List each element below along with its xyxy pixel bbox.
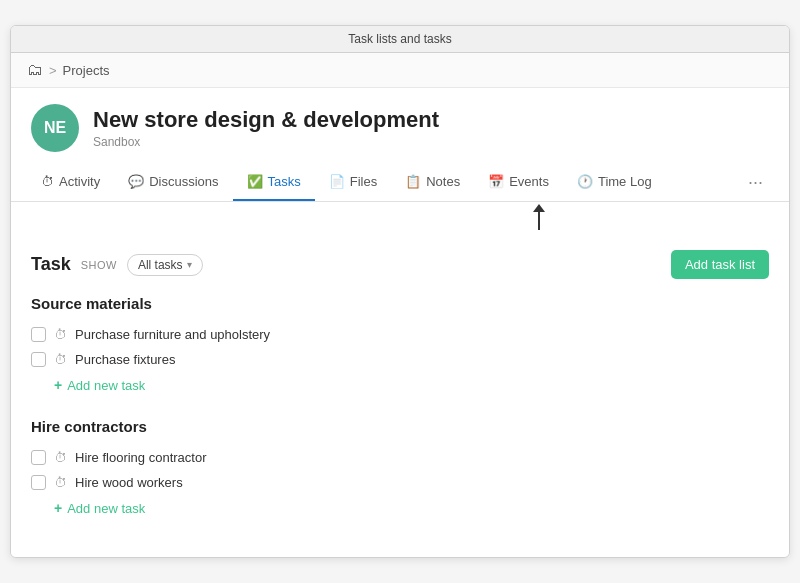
tab-events[interactable]: 📅 Events [474, 164, 563, 201]
files-icon: 📄 [329, 174, 345, 189]
add-task-list-button[interactable]: Add task list [671, 250, 769, 279]
tab-tasks[interactable]: ✅ Tasks [233, 164, 315, 201]
task-header: Task SHOW All tasks ▾ Add task list [31, 250, 769, 279]
tasks-icon: ✅ [247, 174, 263, 189]
discussions-icon: 💬 [128, 174, 144, 189]
section-hire-contractors: Hire contractors ⏱ Hire flooring contrac… [31, 418, 769, 521]
avatar: NE [31, 104, 79, 152]
clock-icon-1: ⏱ [54, 327, 67, 342]
section-source-materials: Source materials ⏱ Purchase furniture an… [31, 295, 769, 398]
arrow-indicator [289, 202, 789, 234]
main-window: Task lists and tasks 🗂 > Projects NE New… [10, 25, 790, 558]
filter-pill[interactable]: All tasks ▾ [127, 254, 203, 276]
breadcrumb-projects-link[interactable]: Projects [63, 63, 110, 78]
notes-icon: 📋 [405, 174, 421, 189]
task-label-3[interactable]: Hire flooring contractor [75, 450, 207, 465]
section-hire-contractors-title: Hire contractors [31, 418, 769, 435]
content-area: Task SHOW All tasks ▾ Add task list Sour… [11, 234, 789, 557]
add-new-task-btn-2[interactable]: + Add new task [31, 495, 769, 521]
task-label-4[interactable]: Hire wood workers [75, 475, 183, 490]
plus-icon-1: + [54, 377, 62, 393]
nav-more-button[interactable]: ··· [738, 164, 773, 201]
nav-tabs: ⏱ Activity 💬 Discussions ✅ Tasks 📄 Files… [11, 164, 789, 202]
task-item: ⏱ Hire flooring contractor [31, 445, 769, 470]
task-checkbox-2[interactable] [31, 352, 46, 367]
task-label-2[interactable]: Purchase fixtures [75, 352, 175, 367]
section-source-materials-title: Source materials [31, 295, 769, 312]
filter-value: All tasks [138, 258, 183, 272]
task-checkbox-1[interactable] [31, 327, 46, 342]
tab-discussions[interactable]: 💬 Discussions [114, 164, 232, 201]
window-title: Task lists and tasks [348, 32, 451, 46]
clock-icon-3: ⏱ [54, 450, 67, 465]
show-label: SHOW [81, 259, 117, 271]
add-new-task-label-1: Add new task [67, 378, 145, 393]
task-header-left: Task SHOW All tasks ▾ [31, 254, 203, 276]
task-section-title: Task [31, 254, 71, 275]
tab-tasks-label: Tasks [268, 174, 301, 189]
task-checkbox-4[interactable] [31, 475, 46, 490]
project-info: New store design & development Sandbox [93, 107, 439, 149]
add-new-task-label-2: Add new task [67, 501, 145, 516]
task-item: ⏱ Purchase fixtures [31, 347, 769, 372]
tab-files-label: Files [350, 174, 377, 189]
chevron-down-icon: ▾ [187, 259, 192, 270]
tab-timelog-label: Time Log [598, 174, 652, 189]
tab-notes-label: Notes [426, 174, 460, 189]
project-header: NE New store design & development Sandbo… [11, 88, 789, 164]
task-label-1[interactable]: Purchase furniture and upholstery [75, 327, 270, 342]
task-item: ⏱ Purchase furniture and upholstery [31, 322, 769, 347]
project-tag: Sandbox [93, 135, 439, 149]
arrow-shaft [538, 212, 540, 230]
clock-icon-2: ⏱ [54, 352, 67, 367]
task-checkbox-3[interactable] [31, 450, 46, 465]
tab-notes[interactable]: 📋 Notes [391, 164, 474, 201]
tab-activity-label: Activity [59, 174, 100, 189]
timelog-icon: 🕐 [577, 174, 593, 189]
tab-timelog[interactable]: 🕐 Time Log [563, 164, 666, 201]
task-item: ⏱ Hire wood workers [31, 470, 769, 495]
tab-files[interactable]: 📄 Files [315, 164, 391, 201]
home-icon: 🗂 [27, 61, 43, 79]
breadcrumb-separator: > [49, 63, 57, 78]
arrow-head [533, 204, 545, 212]
project-name: New store design & development [93, 107, 439, 133]
tab-events-label: Events [509, 174, 549, 189]
tab-discussions-label: Discussions [149, 174, 218, 189]
breadcrumb: 🗂 > Projects [11, 53, 789, 88]
plus-icon-2: + [54, 500, 62, 516]
title-bar: Task lists and tasks [11, 26, 789, 53]
events-icon: 📅 [488, 174, 504, 189]
add-new-task-btn-1[interactable]: + Add new task [31, 372, 769, 398]
clock-icon-4: ⏱ [54, 475, 67, 490]
activity-icon: ⏱ [41, 174, 54, 189]
tab-activity[interactable]: ⏱ Activity [27, 164, 114, 201]
